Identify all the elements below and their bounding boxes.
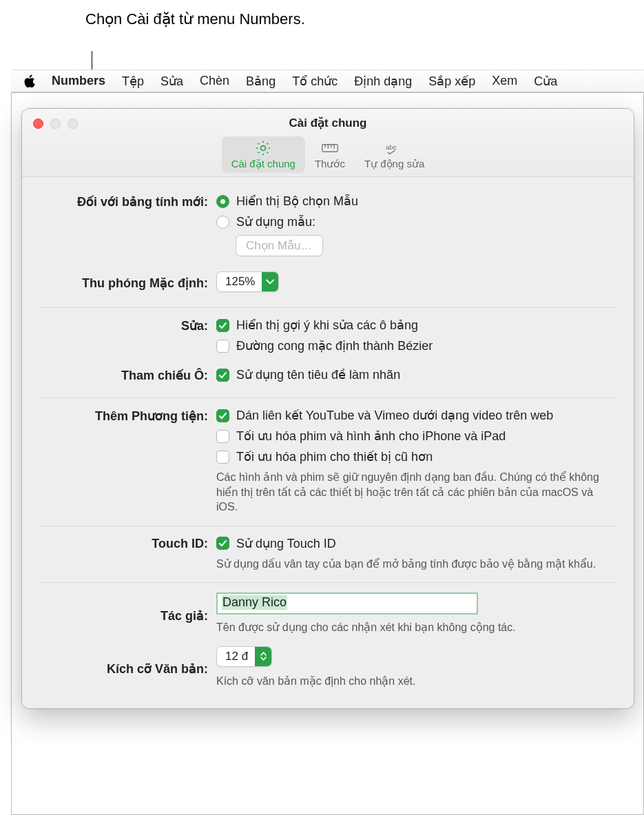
window-title: Cài đặt chung <box>22 116 634 130</box>
media-hint: Các hình ảnh và phim sẽ giữ nguyên định … <box>216 470 602 515</box>
menu-view[interactable]: Xem <box>492 74 517 88</box>
svg-point-0 <box>261 146 266 151</box>
checkbox-optimize-ios[interactable]: Tối ưu hóa phim và hình ảnh cho iPhone v… <box>216 429 616 444</box>
abc-icon: abc <box>386 139 404 157</box>
checkbox-use-header-names[interactable]: Sử dụng tên tiêu đề làm nhãn <box>216 367 616 382</box>
menu-edit[interactable]: Sửa <box>160 74 183 89</box>
radio-icon <box>216 195 229 208</box>
checkbox-icon <box>216 369 229 382</box>
default-zoom-select[interactable]: 125% <box>216 271 279 292</box>
checkbox-label: Hiển thị gợi ý khi sửa các ô bảng <box>236 318 418 333</box>
menu-window[interactable]: Cửa <box>534 74 557 89</box>
checkbox-optimize-older[interactable]: Tối ưu hóa phim cho thiết bị cũ hơn <box>216 449 616 464</box>
checkbox-icon <box>216 409 229 422</box>
stepper-icon <box>255 647 271 666</box>
label-touch-id: Touch ID: <box>40 536 216 551</box>
label-text-size: Kích cỡ Văn bản: <box>40 659 216 677</box>
checkbox-show-suggestions[interactable]: Hiển thị gợi ý khi sửa các ô bảng <box>216 318 616 333</box>
label-default-zoom: Thu phóng Mặc định: <box>40 273 216 291</box>
menu-insert[interactable]: Chèn <box>200 74 229 88</box>
svg-text:abc: abc <box>386 143 397 151</box>
checkbox-icon <box>216 340 229 353</box>
tab-label: Cài đặt chung <box>231 158 295 170</box>
select-value: 12 đ <box>217 647 255 666</box>
label-adding-media: Thêm Phương tiện: <box>40 408 216 424</box>
checkbox-label: Dán liên kết YouTube và Vimeo dưới dạng … <box>236 408 553 423</box>
menu-organize[interactable]: Tổ chức <box>292 74 337 89</box>
radio-icon <box>216 216 229 229</box>
checkbox-label: Sử dụng tên tiêu đề làm nhãn <box>236 367 400 382</box>
radio-use-template[interactable]: Sử dụng mẫu: <box>216 214 616 229</box>
choose-template-button[interactable]: Chọn Mẫu… <box>236 235 323 256</box>
checkbox-label: Tối ưu hóa phim cho thiết bị cũ hơn <box>236 449 433 464</box>
checkbox-label: Đường cong mặc định thành Bézier <box>236 338 433 353</box>
radio-template-chooser[interactable]: Hiển thị Bộ chọn Mẫu <box>216 194 616 209</box>
app-background: Cài đặt chung Cài đặt chung Thước a <box>11 92 644 815</box>
menu-arrange[interactable]: Sắp xếp <box>428 74 475 89</box>
checkbox-icon <box>216 451 229 464</box>
gear-icon <box>254 139 272 157</box>
radio-label: Hiển thị Bộ chọn Mẫu <box>236 194 358 209</box>
menu-table[interactable]: Bảng <box>246 74 276 89</box>
radio-label: Sử dụng mẫu: <box>236 214 315 229</box>
text-size-select[interactable]: 12 đ <box>216 646 272 667</box>
checkbox-paste-web-video[interactable]: Dán liên kết YouTube và Vimeo dưới dạng … <box>216 408 616 423</box>
svg-rect-1 <box>322 145 338 152</box>
tab-autocorrect[interactable]: abc Tự động sửa <box>355 136 434 173</box>
menu-format[interactable]: Định dạng <box>354 74 412 89</box>
checkbox-icon <box>216 537 229 550</box>
ruler-icon <box>321 139 339 157</box>
apple-menu-icon[interactable] <box>23 74 35 88</box>
author-field[interactable]: Danny Rico <box>216 592 478 615</box>
label-cell-references: Tham chiếu Ô: <box>40 367 216 383</box>
author-hint: Tên được sử dụng cho các nhận xét khi bạ… <box>216 620 602 635</box>
menu-app-name[interactable]: Numbers <box>52 74 105 88</box>
preferences-window: Cài đặt chung Cài đặt chung Thước a <box>21 108 634 709</box>
touchid-hint: Sử dụng dấu vân tay của bạn để mở bảng t… <box>216 557 602 572</box>
label-author: Tác giả: <box>40 605 216 623</box>
checkbox-use-touch-id[interactable]: Sử dụng Touch ID <box>216 536 616 551</box>
tab-label: Tự động sửa <box>364 158 424 170</box>
chevron-down-icon <box>262 272 278 291</box>
tab-general[interactable]: Cài đặt chung <box>222 136 305 173</box>
menubar: Numbers Tệp Sửa Chèn Bảng Tổ chức Định d… <box>11 70 644 92</box>
preferences-content: Đối với bảng tính mới: Hiển thị Bộ chọn … <box>22 177 634 708</box>
label-editing: Sửa: <box>40 318 216 333</box>
select-value: 125% <box>217 272 262 291</box>
checkbox-bezier-default[interactable]: Đường cong mặc định thành Bézier <box>216 338 616 353</box>
tab-label: Thước <box>315 158 345 170</box>
help-callout: Chọn Cài đặt từ menu Numbers. <box>85 10 305 30</box>
menu-file[interactable]: Tệp <box>122 74 144 89</box>
author-value: Danny Rico <box>222 595 287 610</box>
tab-rulers[interactable]: Thước <box>305 136 355 173</box>
checkbox-label: Sử dụng Touch ID <box>236 536 336 551</box>
label-new-spreadsheet: Đối với bảng tính mới: <box>40 194 216 209</box>
checkbox-icon <box>216 319 229 332</box>
preferences-tabs: Cài đặt chung Thước abc Tự động sửa <box>22 136 634 173</box>
textsize-hint: Kích cỡ văn bản mặc định cho nhận xét. <box>216 674 602 689</box>
checkbox-label: Tối ưu hóa phim và hình ảnh cho iPhone v… <box>236 429 506 444</box>
checkbox-icon <box>216 430 229 443</box>
titlebar: Cài đặt chung Cài đặt chung Thước a <box>22 109 634 177</box>
